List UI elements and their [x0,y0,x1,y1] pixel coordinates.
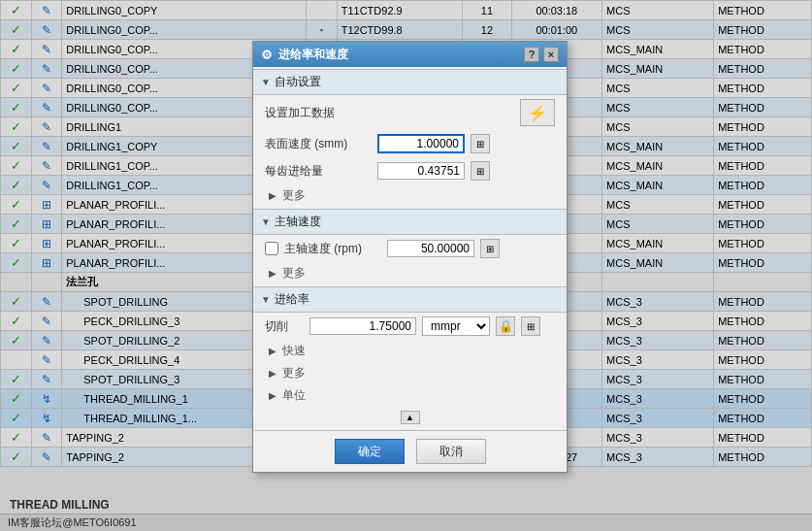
surface-speed-grid-btn[interactable]: ⊞ [471,134,490,153]
rapid-row[interactable]: ▶ 快速 [253,340,567,362]
titlebar-left: ⚙ 进给率和速度 [261,47,348,63]
rapid-label: 快速 [282,343,306,359]
units-arrow: ▶ [269,390,276,401]
spindle-speed-section-header[interactable]: ▼ 主轴速度 [253,209,567,235]
cut-row: 切削 mmpr mmpm 🔒 ⊞ [253,313,567,340]
help-button[interactable]: ? [524,47,539,62]
dialog-titlebar: ⚙ 进给率和速度 ? × [253,42,567,67]
grid-icon-4: ⊞ [527,321,535,332]
spindle-more-row[interactable]: ▶ 更多 [253,262,567,284]
spindle-arrow: ▼ [261,216,271,227]
feed-rate-section-header[interactable]: ▼ 进给率 [253,286,567,313]
collapse-arrow-btn[interactable]: ▲ [401,411,420,424]
surface-speed-label: 表面速度 (smm) [265,136,372,152]
lightning-icon: ⚡ [528,104,547,122]
feed-rate-label: 进给率 [275,291,309,308]
rapid-arrow: ▶ [269,346,276,356]
feed-more-row[interactable]: ▶ 更多 [253,362,567,384]
spindle-more-arrow: ▶ [269,268,276,279]
auto-setup-section-header[interactable]: ▼ 自动设置 [253,69,567,95]
cancel-button[interactable]: 取消 [416,439,486,464]
cut-unit-select[interactable]: mmpr mmpm [422,316,490,336]
collapse-section: ▲ [253,407,567,426]
lock-icon: 🔒 [499,319,513,333]
lightning-button[interactable]: ⚡ [520,99,555,126]
close-button[interactable]: × [543,47,559,62]
feed-per-tooth-row: 每齿进给量 ⊞ [253,157,567,184]
cut-input[interactable] [309,317,416,335]
auto-setup-label: 自动设置 [275,74,321,90]
lock-button[interactable]: 🔒 [496,316,515,336]
cut-label: 切削 [265,318,304,335]
surface-speed-row: 表面速度 (smm) ⊞ [253,130,567,157]
dialog-title: 进给率和速度 [278,47,348,63]
feed-per-tooth-grid-btn[interactable]: ⊞ [471,161,490,181]
auto-setup-arrow: ▼ [261,77,271,87]
cut-grid-btn[interactable]: ⊞ [521,316,540,336]
grid-icon-3: ⊞ [486,244,494,254]
spindle-more-label: 更多 [282,265,306,282]
machining-data-label: 设置加工数据 [265,105,372,121]
spindle-speed-label: 主轴速度 [275,214,321,230]
surface-speed-input[interactable] [377,134,465,153]
dialog-overlay: ⚙ 进给率和速度 ? × ▼ 自动设置 设置加工数据 ⚡ [0,0,812,531]
spindle-rpm-grid-btn[interactable]: ⊞ [480,239,500,258]
ok-button[interactable]: 确定 [335,439,405,464]
grid-icon: ⊞ [476,139,484,149]
feed-more-label: 更多 [282,365,306,382]
units-row[interactable]: ▶ 单位 [253,384,567,407]
feed-rate-arrow: ▼ [261,294,271,305]
titlebar-buttons: ? × [524,47,559,62]
feed-per-tooth-input[interactable] [377,162,465,180]
dialog-body: ▼ 自动设置 设置加工数据 ⚡ 表面速度 (smm) ⊞ 每齿进给量 [253,69,567,426]
spindle-rpm-input[interactable] [387,240,474,257]
auto-more-label: 更多 [282,187,306,204]
feed-speed-dialog: ⚙ 进给率和速度 ? × ▼ 自动设置 设置加工数据 ⚡ [252,41,568,473]
grid-icon-2: ⊞ [476,166,484,177]
spindle-rpm-checkbox[interactable] [265,242,278,255]
machining-data-row: 设置加工数据 ⚡ [253,95,567,130]
feed-per-tooth-label: 每齿进给量 [265,163,372,180]
auto-more-row[interactable]: ▶ 更多 [253,184,567,207]
gear-icon: ⚙ [261,48,273,62]
units-label: 单位 [282,387,306,404]
dialog-footer: 确定 取消 [253,430,567,472]
spindle-rpm-label: 主轴速度 (rpm) [284,241,381,257]
feed-more-arrow: ▶ [269,368,276,379]
spindle-rpm-row: 主轴速度 (rpm) ⊞ [253,235,567,262]
auto-more-arrow: ▶ [269,190,276,201]
